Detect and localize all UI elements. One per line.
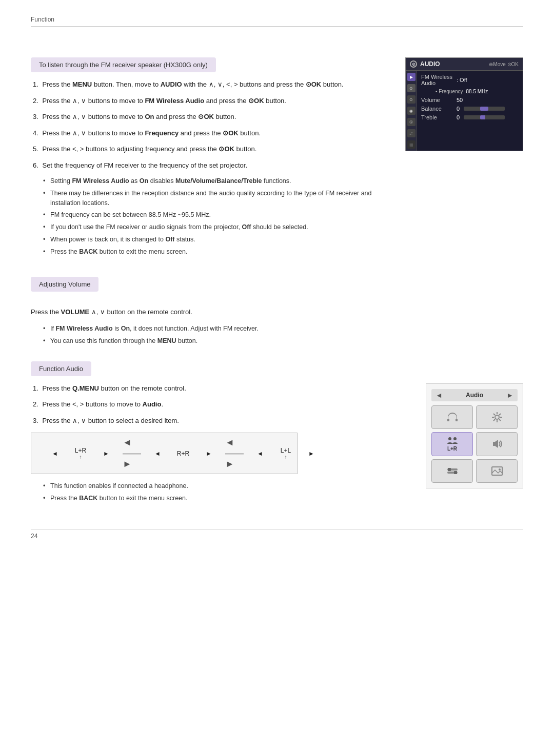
sig-dbl-arrow-2: ◄——► [225,437,244,469]
function-audio-text: 1. Press the Q.MENU button on the remote… [31,383,410,508]
remote-btn-lr: L+R [431,432,473,456]
audio-row-freq: • Frequency 88.5 MHz [421,89,519,94]
remote-btn-switch [431,459,473,483]
function-audio-section: Function Audio 1. Press the Q.MENU butto… [31,361,523,508]
sig-lr-arrow: ↑ [80,454,82,460]
treble-value: 0 [457,114,460,120]
adjusting-volume-title-box: Adjusting Volume [31,277,98,292]
fm-step-6: 6. Set the frequency of FM receiver to t… [31,160,390,171]
page-header: Function [31,15,523,27]
sig-left-3: ◄ [245,450,275,457]
remote-nav-right: ► [506,391,513,399]
fa-bullet-2: Press the BACK button to exit the menu s… [43,494,410,503]
fm-bullet-1: Setting FM Wireless Audio as On disables… [43,176,390,186]
audio-controls: ⊕Move ⊙OK [489,62,519,67]
audio-row-treble: Treble 0 [421,114,519,120]
audio-row-balance: Balance 0 [421,106,519,112]
nav-item-2: ⊙ [407,84,416,92]
remote-ui-header: ◄ Audio ► [431,389,518,401]
adjusting-volume-text: Press the VOLUME ∧, ∨ button on the remo… [31,307,523,318]
fm-steps-list-2: 4. Press the ∧, ∨ buttons to move to Fre… [31,128,390,171]
adjusting-volume-bullets: If FM Wireless Audio is On, it does not … [43,324,523,346]
sig-lr-block: L+R ↑ [70,447,91,460]
sig-rr-label: R+R [173,450,193,457]
audio-sidebar: ▶ ⊙ ⊙ ◉ ① ⇌ ▦ FM Wireless Audio : Off [406,71,523,151]
svg-point-10 [499,468,501,471]
svg-point-3 [448,437,451,440]
fm-step-4: 4. Press the ∧, ∨ buttons to move to Fre… [31,128,390,138]
treble-label: Treble [421,114,454,120]
switch-icon [445,464,460,478]
freq-label: • Frequency [436,89,463,94]
person-icon [447,437,458,445]
fm-step-2: 2. Press the ∧, ∨ buttons to move to FM … [31,96,390,106]
remote-btn-headphone [431,405,473,429]
audio-content: FM Wireless Audio : Off • Frequency 88.5… [417,71,523,151]
nav-item-6: ⇌ [407,129,416,137]
fa-steps-list: 1. Press the Q.MENU button on the remote… [31,383,410,426]
adjusting-volume-title: Adjusting Volume [39,280,90,288]
image-icon [490,464,504,478]
sig-right-1: ► [91,450,122,457]
fm-section-title-box: To listen through the FM receiver speake… [31,57,216,72]
sig-rr-block: R+R [173,450,193,457]
balance-label: Balance [421,106,454,112]
sig-dbl-arrow-1: ◄——► [123,437,141,469]
fm-bullet-3: FM frequency can be set between 88.5 MHz… [43,210,390,220]
balance-value: 0 [457,106,460,112]
audio-title-text: AUDIO [420,60,440,68]
page-container: Function To listen through the FM receiv… [0,0,554,560]
fm-step-5: 5. Press the <, > buttons to adjusting f… [31,144,390,154]
svg-rect-7 [448,468,451,471]
fm-bullet-4: If you don't use the FM receiver or audi… [43,222,390,232]
treble-bar [464,115,505,119]
balance-fill [480,107,488,111]
breadcrumb: Function [31,16,54,23]
fm-bullet-2: There may be differences in the receptio… [43,189,390,208]
function-audio-title-box: Function Audio [31,361,91,376]
fm-bullets: Setting FM Wireless Audio as On disables… [43,176,390,256]
av-bullet-2: You can use this function through the ME… [43,336,523,346]
page-footer: 24 [31,529,523,540]
fm-wireless-label: FM Wireless Audio [421,74,454,86]
remote-btn-speaker [476,432,518,456]
fa-step-3: 3. Press the ∧, ∨ button to select a des… [31,416,410,426]
nav-item-1: ▶ [407,73,416,81]
remote-ui-title: Audio [466,392,483,399]
fm-steps-list: 1. Press the MENU button. Then, move to … [31,79,390,122]
speaker-icon [490,437,504,451]
svg-rect-0 [447,419,449,421]
fm-step-1: 1. Press the MENU button. Then, move to … [31,79,390,90]
freq-value: 88.5 MHz [466,89,488,94]
adjusting-volume-section: Adjusting Volume [31,277,523,299]
nav-item-7: ▦ [407,140,416,149]
svg-rect-1 [456,419,458,421]
balance-bar [464,107,505,111]
fa-bullets: This function enables if connected a hea… [43,481,410,503]
nav-item-4: ◉ [407,107,416,115]
remote-ui-container: ◄ Audio ► [426,383,523,488]
sig-lr-label: L+R [70,447,91,454]
nav-item-3: ⊙ [407,95,416,104]
function-audio-content: 1. Press the Q.MENU button on the remote… [31,383,523,508]
function-audio-title: Function Audio [39,365,83,373]
settings-icon [490,410,504,424]
fm-section: To listen through the FM receiver speake… [31,57,523,261]
fm-text: To listen through the FM receiver speake… [31,57,390,261]
remote-btn-settings [476,405,518,429]
headphone-icon [445,410,460,424]
treble-fill [480,115,485,119]
av-bullet-1: If FM Wireless Audio is On, it does not … [43,324,523,334]
sig-right-3: ► [296,450,327,457]
volume-value: 50 [457,97,463,103]
remote-grid: L+R [431,405,518,483]
fa-bullet-1: This function enables if connected a hea… [43,481,410,491]
fa-step-1: 1. Press the Q.MENU button on the remote… [31,383,410,394]
fm-step-3: 3. Press the ∧, ∨ buttons to move to On … [31,112,390,122]
audio-icon: ⊙ [410,60,417,68]
audio-row-fm: FM Wireless Audio : Off [421,74,519,86]
svg-point-4 [453,437,457,440]
fm-bullet-6: Press the BACK button to exit the menu s… [43,247,390,257]
audio-nav: ▶ ⊙ ⊙ ◉ ① ⇌ ▦ [406,71,417,151]
sig-ll-label: L+L [275,447,296,454]
